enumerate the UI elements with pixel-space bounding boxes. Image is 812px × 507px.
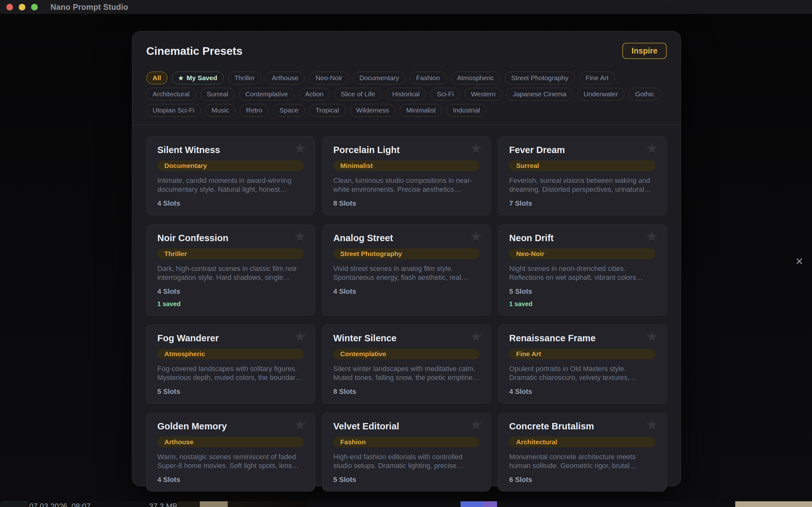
- preset-card-fever-dream[interactable]: ★Fever DreamSurrealFeverish, surreal vis…: [498, 136, 667, 215]
- filter-chip-label: Contemplative: [245, 90, 288, 98]
- filter-chip-arthouse[interactable]: Arthouse: [265, 72, 305, 84]
- slots-count: 8 Slots: [334, 388, 480, 395]
- preset-card-concrete-brutalism[interactable]: ★Concrete BrutalismArchitecturalMonument…: [498, 413, 667, 492]
- preset-card-silent-witness[interactable]: ★Silent WitnessDocumentaryIntimate, cand…: [146, 136, 315, 215]
- filter-chip-contemplative[interactable]: Contemplative: [239, 88, 294, 101]
- preset-card-noir-confession[interactable]: ★Noir ConfessionThrillerDark, high-contr…: [146, 225, 315, 315]
- thumbnail-segment: [461, 501, 483, 507]
- filter-chip-label: Retro: [246, 106, 262, 114]
- preset-card-fog-wanderer[interactable]: ★Fog WandererAtmosphericFog-covered land…: [146, 325, 315, 403]
- section-divider: [132, 125, 681, 125]
- filter-chip-label: Thriller: [235, 74, 255, 82]
- favorite-star-icon[interactable]: ★: [470, 330, 482, 343]
- preset-title: Fog Wanderer: [157, 333, 304, 343]
- favorite-star-icon[interactable]: ★: [294, 330, 306, 343]
- preset-description: Silent winter landscapes with meditative…: [334, 364, 480, 382]
- favorite-star-icon[interactable]: ★: [470, 418, 482, 432]
- preset-card-velvet-editorial[interactable]: ★Velvet EditorialFashionHigh-end fashion…: [322, 413, 491, 492]
- filter-chip-street-photography[interactable]: Street Photography: [505, 72, 575, 84]
- filter-chip-gothic[interactable]: Gothic: [629, 88, 661, 101]
- filter-chip-wilderness[interactable]: Wilderness: [350, 104, 396, 117]
- filter-chip-tropical[interactable]: Tropical: [309, 104, 345, 117]
- slots-count: 5 Slots: [334, 476, 480, 484]
- preset-title: Fever Dream: [509, 145, 656, 155]
- filter-chip-slice-of-life[interactable]: Slice of Life: [334, 88, 382, 101]
- favorite-star-icon[interactable]: ★: [470, 141, 482, 155]
- filter-chip-label: Japanese Cinema: [513, 90, 566, 98]
- filter-chip-label: Historical: [392, 90, 420, 98]
- filter-chip-underwater[interactable]: Underwater: [577, 88, 624, 101]
- filter-chip-music[interactable]: Music: [205, 104, 235, 117]
- filter-chip-documentary[interactable]: Documentary: [353, 72, 405, 84]
- slots-count: 4 Slots: [334, 288, 480, 295]
- filter-chip-sci-fi[interactable]: Sci-Fi: [430, 88, 460, 101]
- preset-title: Concrete Brutalism: [509, 421, 656, 432]
- close-icon[interactable]: ×: [791, 253, 808, 269]
- slots-count: 5 Slots: [157, 388, 304, 395]
- page-title: Cinematic Presets: [146, 44, 242, 58]
- filter-chip-label: Minimalist: [406, 106, 436, 114]
- filter-chip-western[interactable]: Western: [465, 88, 502, 101]
- filter-chip-label: Surreal: [207, 90, 229, 98]
- star-icon: ★: [178, 75, 184, 81]
- filter-chip-japanese-cinema[interactable]: Japanese Cinema: [506, 88, 572, 101]
- slots-count: 7 Slots: [509, 200, 656, 207]
- category-badge: Documentary: [157, 160, 304, 171]
- favorite-star-icon[interactable]: ★: [646, 330, 658, 343]
- slots-count: 8 Slots: [334, 200, 480, 207]
- favorite-star-icon[interactable]: ★: [294, 229, 306, 243]
- preset-card-neon-drift[interactable]: ★Neon DriftNeo-NoirNight scenes in neon-…: [498, 225, 667, 315]
- inspire-button[interactable]: Inspire: [622, 43, 667, 59]
- category-badge-label: Documentary: [164, 162, 207, 169]
- filter-chip-fashion[interactable]: Fashion: [410, 72, 446, 84]
- preset-card-analog-street[interactable]: ★Analog StreetStreet PhotographyVivid st…: [322, 225, 491, 315]
- favorite-star-icon[interactable]: ★: [470, 229, 482, 243]
- filter-chip-label: Fine Art: [586, 74, 608, 82]
- thumbnail-segment: [200, 501, 228, 507]
- favorite-star-icon[interactable]: ★: [646, 418, 658, 432]
- slots-count: 4 Slots: [157, 200, 304, 207]
- filter-chip-space[interactable]: Space: [273, 104, 305, 117]
- close-traffic-light-icon[interactable]: [6, 4, 13, 10]
- preset-description: Feverish, surreal visions between waking…: [509, 176, 656, 194]
- filter-chip-neo-noir[interactable]: Neo-Noir: [309, 72, 349, 84]
- preset-card-renaissance-frame[interactable]: ★Renaissance FrameFine ArtOpulent portra…: [498, 325, 667, 403]
- favorite-star-icon[interactable]: ★: [294, 141, 306, 155]
- zoom-traffic-light-icon[interactable]: [31, 4, 38, 10]
- favorite-star-icon[interactable]: ★: [294, 418, 306, 432]
- filter-chip-label: Slice of Life: [341, 90, 375, 98]
- filter-chip-thriller[interactable]: Thriller: [228, 72, 261, 84]
- filter-chip-all[interactable]: All: [146, 72, 167, 84]
- category-badge: Fashion: [334, 437, 480, 447]
- filter-chip-label: Industrial: [453, 106, 480, 114]
- preset-description: Warm, nostalgic scenes reminiscent of fa…: [157, 452, 304, 470]
- category-badge-label: Fine Art: [516, 350, 541, 357]
- preset-card-golden-memory[interactable]: ★Golden MemoryArthouseWarm, nostalgic sc…: [146, 413, 315, 492]
- preset-card-porcelain-light[interactable]: ★Porcelain LightMinimalistClean, luminou…: [322, 136, 491, 215]
- filter-chip-surreal[interactable]: Surreal: [200, 88, 235, 101]
- filter-chip-label: Sci-Fi: [437, 90, 454, 98]
- filter-chip-architectural[interactable]: Architectural: [146, 88, 196, 101]
- filter-chip-minimalist[interactable]: Minimalist: [400, 104, 442, 117]
- preset-card-winter-silence[interactable]: ★Winter SilenceContemplativeSilent winte…: [322, 325, 491, 403]
- preset-title: Renaissance Frame: [509, 333, 656, 343]
- category-badge-label: Fashion: [340, 438, 366, 446]
- preset-description: Dark, high-contrast scenes in classic fi…: [157, 264, 304, 282]
- filter-chip-label: All: [153, 74, 161, 82]
- favorite-star-icon[interactable]: ★: [646, 141, 658, 155]
- cinematic-presets-panel: Cinematic Presets Inspire All★My SavedTh…: [132, 31, 681, 487]
- filter-chip-action[interactable]: Action: [299, 88, 330, 101]
- slots-count: 5 Slots: [509, 288, 656, 295]
- filter-chip-atmospheric[interactable]: Atmospheric: [451, 72, 501, 84]
- filter-chip-retro[interactable]: Retro: [240, 104, 269, 117]
- preset-description: Clean, luminous studio compositions in n…: [334, 176, 480, 194]
- filter-chip-historical[interactable]: Historical: [386, 88, 426, 101]
- minimize-traffic-light-icon[interactable]: [19, 4, 26, 10]
- favorite-star-icon[interactable]: ★: [646, 229, 658, 243]
- category-badge-label: Contemplative: [340, 350, 386, 357]
- filter-chip-my-saved[interactable]: ★My Saved: [172, 72, 223, 84]
- filter-chip-utopian-sci-fi[interactable]: Utopian Sci-Fi: [146, 104, 201, 117]
- filter-chip-industrial[interactable]: Industrial: [447, 104, 486, 117]
- macos-titlebar: Nano Prompt Studio: [0, 0, 812, 14]
- filter-chip-fine-art[interactable]: Fine Art: [579, 72, 615, 84]
